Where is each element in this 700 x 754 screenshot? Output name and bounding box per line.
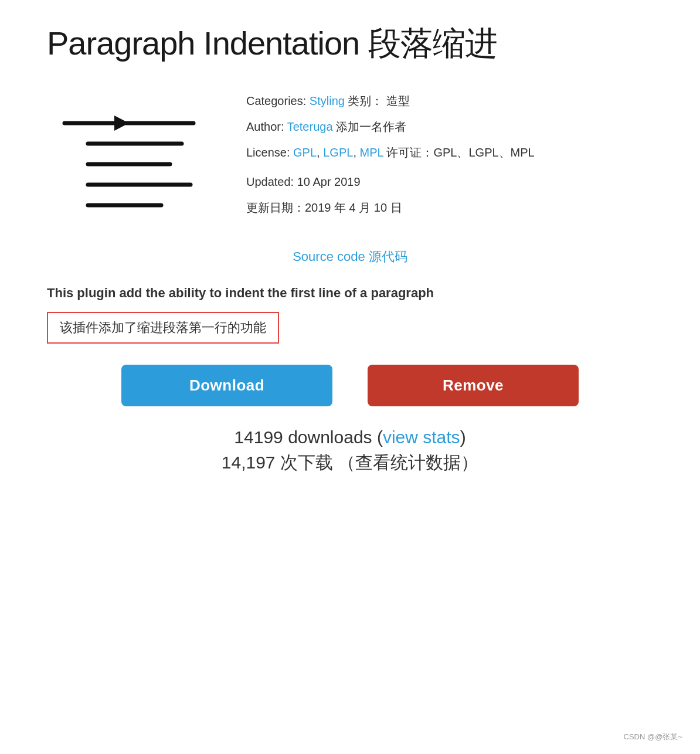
- updated-value: 10 Apr 2019: [297, 175, 361, 188]
- watermark: CSDN @@张某~: [624, 732, 682, 742]
- source-code-link[interactable]: Source code 源代码: [47, 248, 653, 266]
- categories-label: Categories:: [246, 94, 306, 107]
- remove-button[interactable]: Remove: [368, 365, 579, 406]
- author-zh: 添加一名作者: [336, 120, 406, 133]
- license-row: License: GPL, LGPL, MPL 许可证：GPL、LGPL、MPL: [246, 144, 653, 161]
- downloads-zh-row: 14,197 次下载 （查看统计数据）: [47, 451, 653, 475]
- author-link[interactable]: Teteruga: [287, 120, 333, 133]
- author-label: Author:: [246, 120, 284, 133]
- updated-zh-row: 更新日期：2019 年 4 月 10 日: [246, 199, 653, 216]
- plugin-icon: [47, 86, 211, 225]
- updated-label: Updated:: [246, 175, 294, 188]
- downloads-label: downloads: [288, 427, 372, 447]
- downloads-stats: 14199 downloads (view stats) 14,197 次下载 …: [47, 427, 653, 475]
- description-zh: 该插件添加了缩进段落第一行的功能: [47, 312, 279, 344]
- license-lgpl-link[interactable]: LGPL: [323, 146, 353, 159]
- updated-zh: 更新日期：2019 年 4 月 10 日: [246, 201, 402, 214]
- description-en: This plugin add the ability to indent th…: [47, 283, 653, 303]
- plugin-info-section: Categories: Styling 类别： 造型 Author: Teter…: [47, 86, 653, 225]
- license-label: License:: [246, 146, 290, 159]
- downloads-zh-label: 次下载 （查看统计数据）: [280, 453, 478, 472]
- categories-link[interactable]: Styling: [310, 94, 345, 107]
- downloads-count: 14199: [234, 427, 283, 447]
- description-zh-container: 该插件添加了缩进段落第一行的功能: [47, 312, 653, 365]
- downloads-en-row: 14199 downloads (view stats): [47, 427, 653, 447]
- license-mpl-link[interactable]: MPL: [360, 146, 383, 159]
- author-row: Author: Teteruga 添加一名作者: [246, 118, 653, 135]
- view-stats-link[interactable]: view stats: [383, 427, 460, 447]
- updated-row: Updated: 10 Apr 2019: [246, 173, 653, 191]
- page-title: Paragraph Indentation 段落缩进: [47, 23, 653, 63]
- plugin-meta: Categories: Styling 类别： 造型 Author: Teter…: [246, 86, 653, 225]
- license-zh: 许可证：GPL、LGPL、MPL: [386, 146, 534, 159]
- buttons-row: Download Remove: [47, 365, 653, 406]
- download-button[interactable]: Download: [121, 365, 332, 406]
- license-gpl-link[interactable]: GPL: [293, 146, 317, 159]
- categories-zh: 类别： 造型: [348, 94, 410, 107]
- categories-row: Categories: Styling 类别： 造型: [246, 92, 653, 110]
- downloads-zh-count: 14,197: [222, 453, 276, 472]
